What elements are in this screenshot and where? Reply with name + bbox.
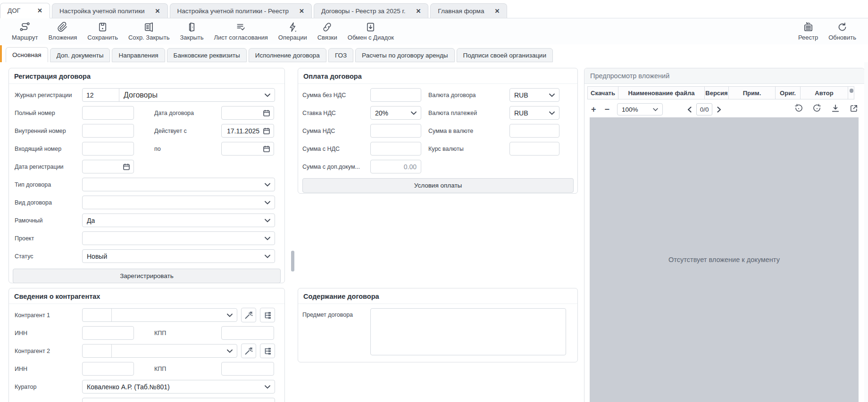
full-number-input[interactable] xyxy=(82,106,134,120)
orange-accent-bar xyxy=(0,45,2,62)
inn2-input[interactable] xyxy=(82,362,134,376)
inn1-input[interactable] xyxy=(82,326,134,340)
contract-subject-textarea[interactable] xyxy=(370,308,566,355)
column-version[interactable]: Версия xyxy=(704,86,729,99)
payment-terms-button[interactable]: Условия оплаты xyxy=(302,178,574,193)
window-tab-accounting-policy[interactable]: Настройка учетной политики ✕ xyxy=(52,3,168,18)
preview-viewport: Отсутствует вложение к документу xyxy=(590,117,859,402)
vat-amount-input[interactable] xyxy=(370,124,421,138)
close-icon[interactable]: ✕ xyxy=(155,8,160,15)
tab-dop-dokumenty[interactable]: Доп. документы xyxy=(50,48,110,62)
save-button[interactable]: Сохранить xyxy=(82,20,123,43)
register-button[interactable]: Зарегистрировать xyxy=(13,269,281,283)
close-icon[interactable]: ✕ xyxy=(494,8,500,15)
tab-bankovskie-rekvizity[interactable]: Банковские реквизиты xyxy=(167,48,247,62)
amount-in-currency-input[interactable] xyxy=(509,124,559,138)
save-close-button[interactable]: Сохр. Закрыть xyxy=(123,20,175,43)
contract-type-select[interactable] xyxy=(82,178,275,191)
column-author[interactable]: Автор xyxy=(800,86,848,99)
registration-journal-select[interactable]: 12 Договоры xyxy=(82,88,275,102)
calendar-icon xyxy=(123,163,130,171)
journal-value: Договоры xyxy=(124,91,158,99)
contract-kind-select[interactable] xyxy=(82,196,275,209)
counterparty1-hierarchy-button[interactable] xyxy=(260,308,275,322)
vertical-scrollbar-thumb[interactable] xyxy=(291,251,294,271)
clipped-select[interactable] xyxy=(82,398,275,402)
rotate-right-button[interactable] xyxy=(812,104,822,115)
valid-from-input[interactable]: 17.11.2025 xyxy=(221,124,274,138)
payment-currency-select[interactable]: RUB xyxy=(509,106,559,120)
download-button[interactable] xyxy=(831,104,840,115)
column-download[interactable]: Скачать xyxy=(587,86,618,99)
project-select[interactable] xyxy=(82,231,275,245)
vat-rate-label: Ставка НДС xyxy=(302,110,370,116)
amount-no-vat-input[interactable] xyxy=(370,88,421,102)
chevron-down-icon xyxy=(227,349,233,353)
tab-napravleniya[interactable]: Направления xyxy=(112,48,165,62)
counterparty1-wizard-button[interactable] xyxy=(241,308,256,322)
contract-date-input[interactable] xyxy=(221,106,274,120)
refresh-button[interactable]: Обновить xyxy=(823,20,861,43)
route-button[interactable]: Маршрут xyxy=(7,20,43,43)
window-tab-label: Настройка учетной политики - Реестр xyxy=(177,8,289,15)
diadoc-exchange-button[interactable]: Обмен с Диадок xyxy=(342,20,399,43)
calendar-icon xyxy=(263,109,270,117)
zoom-in-button[interactable]: + xyxy=(591,105,596,114)
amount-with-docs-input[interactable]: 0.00 xyxy=(370,160,421,173)
column-note[interactable]: Прим. xyxy=(728,86,776,99)
valid-to-input[interactable] xyxy=(221,142,274,156)
rotate-left-button[interactable] xyxy=(794,104,803,115)
internal-number-input[interactable] xyxy=(82,124,134,138)
curator-select[interactable]: Коваленко А.Р. (Таб.№801) xyxy=(82,380,275,394)
scrollbar-thumb[interactable] xyxy=(850,89,853,93)
kpp1-input[interactable] xyxy=(221,326,274,340)
contract-currency-select[interactable]: RUB xyxy=(509,88,559,102)
exchange-rate-input[interactable] xyxy=(509,142,559,156)
incoming-number-input[interactable] xyxy=(82,142,134,156)
status-select[interactable]: Новый xyxy=(82,249,275,263)
window-tab-accounting-policy-registry[interactable]: Настройка учетной политики - Реестр ✕ xyxy=(170,3,312,18)
registry-button[interactable]: Реестр xyxy=(793,20,823,43)
counterparty2-wizard-button[interactable] xyxy=(241,344,256,358)
empty-attachment-message: Отсутствует вложение к документу xyxy=(668,256,780,263)
approval-list-icon xyxy=(235,22,246,33)
page-scrollbar-track[interactable] xyxy=(864,62,868,402)
kpp2-input[interactable] xyxy=(221,362,274,376)
vat-rate-select[interactable]: 20% xyxy=(370,106,421,120)
operations-button[interactable]: Операции xyxy=(273,20,312,43)
tab-osnovnaya[interactable]: Основная xyxy=(6,47,48,62)
open-external-button[interactable] xyxy=(849,104,859,115)
tab-raschety-arenda[interactable]: Расчеты по договору аренды xyxy=(355,48,454,62)
window-tab-contracts-registry[interactable]: Договоры - Реестр за 2025 г. ✕ xyxy=(314,3,428,18)
zoom-out-button[interactable]: − xyxy=(605,105,610,114)
counterparty1-select[interactable] xyxy=(82,308,237,322)
close-icon[interactable]: ✕ xyxy=(416,8,421,15)
close-button[interactable]: Закрыть xyxy=(175,20,209,43)
contract-currency-label: Валюта договора xyxy=(428,92,509,98)
counterparty2-hierarchy-button[interactable] xyxy=(260,344,275,358)
framework-select[interactable]: Да xyxy=(82,213,275,227)
column-filename[interactable]: Наименование файла xyxy=(618,86,705,99)
table-scrollbar[interactable] xyxy=(848,86,854,99)
page-indicator[interactable]: 0/0 xyxy=(696,103,712,115)
prev-page-button[interactable] xyxy=(687,107,692,113)
links-button[interactable]: Связки xyxy=(312,20,342,43)
attachments-button[interactable]: Вложения xyxy=(43,20,82,43)
window-tab-main-form[interactable]: Главная форма ✕ xyxy=(430,3,507,18)
counterparty2-select[interactable] xyxy=(82,344,237,358)
zoom-level-select[interactable]: 100% xyxy=(617,103,663,115)
approval-sheet-button[interactable]: Лист согласования xyxy=(209,20,273,43)
reg-date-input[interactable] xyxy=(82,160,134,173)
column-original[interactable]: Ориг. xyxy=(775,86,801,99)
tab-podpisi-organizacii[interactable]: Подписи своей организации xyxy=(457,48,553,62)
kpp1-label: КПП xyxy=(154,330,221,336)
close-icon[interactable]: ✕ xyxy=(299,8,304,15)
payment-panel: Оплата договора Сумма без НДС Валюта дог… xyxy=(298,68,578,194)
tab-ispolnenie-dogovora[interactable]: Исполнение договора xyxy=(249,48,326,62)
window-tab-dog[interactable]: ДОГ ✕ xyxy=(0,3,50,18)
amount-with-vat-input[interactable] xyxy=(370,142,421,156)
close-icon[interactable]: ✕ xyxy=(37,7,42,14)
tab-goz[interactable]: ГОЗ xyxy=(328,48,353,62)
chevron-down-icon xyxy=(653,108,658,111)
next-page-button[interactable] xyxy=(717,107,721,113)
